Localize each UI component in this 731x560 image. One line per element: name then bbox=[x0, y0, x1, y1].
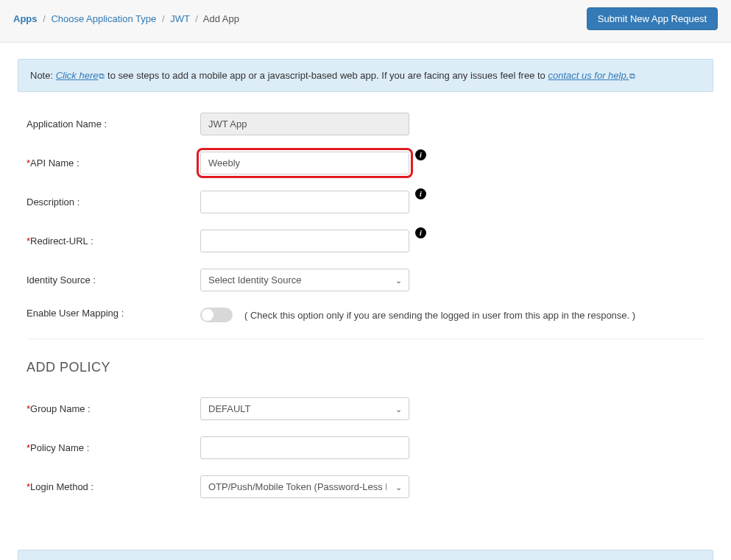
api-name-input[interactable] bbox=[200, 152, 409, 174]
api-name-label: API Name : bbox=[30, 157, 79, 169]
breadcrumb-apps[interactable]: Apps bbox=[13, 13, 38, 24]
redirect-url-input[interactable] bbox=[200, 230, 409, 252]
note-prefix: Note: bbox=[30, 70, 56, 81]
row-description: Description : i bbox=[27, 191, 704, 213]
row-user-mapping: Enable User Mapping : ( Check this optio… bbox=[27, 308, 704, 322]
identity-source-label: Identity Source : bbox=[27, 274, 200, 286]
description-label: Description : bbox=[27, 196, 200, 208]
row-identity-source: Identity Source : Select Identity Source… bbox=[27, 269, 704, 291]
policy-name-label: Policy Name : bbox=[30, 442, 89, 453]
application-name-label: Application Name : bbox=[27, 118, 200, 130]
divider bbox=[27, 339, 704, 339]
submit-new-app-button[interactable]: Submit New App Request bbox=[587, 7, 718, 30]
external-link-icon: ⧉ bbox=[99, 71, 105, 80]
breadcrumb-choose-type[interactable]: Choose Application Type bbox=[51, 13, 156, 24]
click-here-link[interactable]: Click here bbox=[56, 70, 99, 81]
top-bar: Apps / Choose Application Type / JWT / A… bbox=[0, 0, 731, 43]
external-link-icon: ⧉ bbox=[629, 71, 635, 80]
top-note: Note: Click here⧉ to see steps to add a … bbox=[18, 59, 713, 92]
api-name-highlight bbox=[200, 152, 409, 174]
row-login-method: *Login Method : OTP/Push/Mobile Token (P… bbox=[27, 475, 704, 498]
row-policy-name: *Policy Name : bbox=[27, 436, 704, 459]
user-mapping-hint: ( Check this option only if you are send… bbox=[244, 310, 635, 321]
row-api-name: *API Name : i bbox=[27, 152, 704, 174]
user-mapping-label: Enable User Mapping : bbox=[27, 308, 200, 319]
breadcrumb: Apps / Choose Application Type / JWT / A… bbox=[13, 13, 239, 24]
redirect-url-label: Redirect-URL : bbox=[30, 235, 93, 247]
group-name-select[interactable]: DEFAULT bbox=[200, 397, 409, 420]
group-name-label: Group Name : bbox=[30, 403, 91, 414]
breadcrumb-current: Add App bbox=[203, 13, 239, 24]
app-form: Application Name : *API Name : i Descrip… bbox=[18, 113, 713, 528]
content-area: Note: Click here⧉ to see steps to add a … bbox=[0, 43, 731, 560]
user-mapping-toggle[interactable] bbox=[200, 308, 233, 322]
description-input[interactable] bbox=[200, 191, 409, 213]
breadcrumb-sep: / bbox=[162, 13, 165, 24]
breadcrumb-jwt[interactable]: JWT bbox=[170, 13, 189, 24]
breadcrumb-sep: / bbox=[195, 13, 198, 24]
info-icon[interactable]: i bbox=[415, 149, 426, 160]
row-group-name: *Group Name : DEFAULT ⌄ bbox=[27, 397, 704, 420]
contact-us-link[interactable]: contact us for help. bbox=[548, 70, 629, 81]
row-application-name: Application Name : bbox=[27, 113, 704, 135]
application-name-input bbox=[200, 113, 409, 135]
info-icon[interactable]: i bbox=[415, 227, 426, 238]
info-icon[interactable]: i bbox=[415, 188, 426, 199]
identity-source-select[interactable]: Select Identity Source bbox=[200, 269, 409, 291]
add-policy-title: ADD POLICY bbox=[27, 360, 704, 375]
row-redirect-url: *Redirect-URL : i bbox=[27, 230, 704, 252]
policy-name-input[interactable] bbox=[200, 436, 409, 459]
login-method-label: Login Method : bbox=[30, 481, 93, 492]
breadcrumb-sep: / bbox=[43, 13, 46, 24]
login-method-select[interactable]: OTP/Push/Mobile Token (Password-Less Log… bbox=[200, 475, 409, 498]
note-mid: to see steps to add a mobile app or a ja… bbox=[107, 70, 548, 81]
bottom-note: Note: You can enable Adaptive Authentica… bbox=[18, 550, 713, 560]
